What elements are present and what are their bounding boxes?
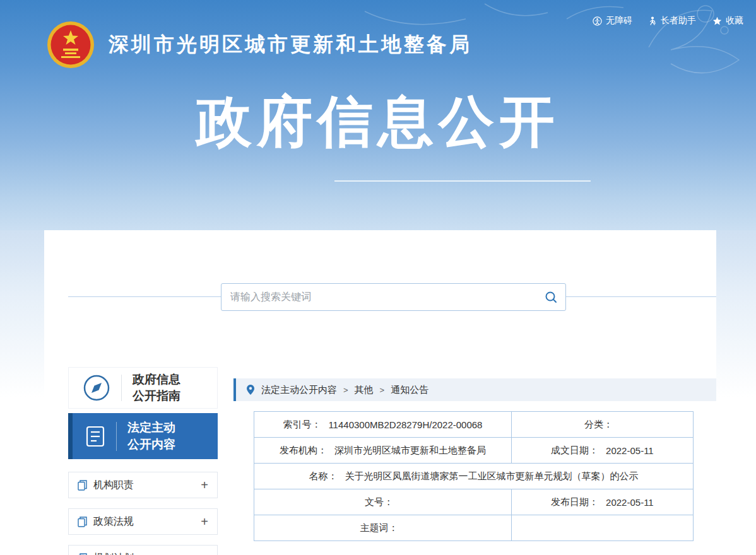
index-value: 11440300MB2D28279H/2022-00068: [328, 419, 482, 430]
agency-label: 发布机构：: [280, 445, 327, 457]
title-underline: [334, 180, 591, 182]
brand: 深圳市光明区城市更新和土地整备局: [47, 21, 472, 69]
content-panel: 政府信息 公开指南 法定主动 公开内容: [44, 230, 716, 555]
document-icon: [85, 425, 105, 448]
sidebar-guide-label: 政府信息 公开指南: [133, 371, 180, 404]
page: 无障碍 长者助手 收藏: [0, 0, 756, 555]
doc-number-label: 文号：: [365, 496, 393, 508]
index-label: 索引号：: [283, 419, 321, 431]
sidebar-menu: 机构职责 + 政策法规 +: [68, 472, 218, 555]
sidebar-active-label: 法定主动 公开内容: [127, 419, 175, 452]
record-cell-category: 分类：: [512, 412, 694, 438]
guide-line1: 政府信息: [133, 371, 180, 388]
main-content: 法定主动公开内容 > 其他 > 通知公告 索引号： 11440300MB2D28…: [233, 367, 716, 541]
quick-links: 无障碍 长者助手 收藏: [593, 15, 743, 26]
site-header: 无障碍 长者助手 收藏: [0, 0, 756, 230]
expand-icon[interactable]: +: [201, 515, 208, 528]
accessibility-label: 无障碍: [606, 15, 632, 26]
breadcrumb-separator: >: [380, 385, 385, 395]
publish-date-value: 2022-05-11: [606, 497, 654, 508]
record-cell-keywords: 主题词：: [254, 515, 512, 541]
title-label: 名称：: [309, 470, 337, 482]
record-table: 索引号： 11440300MB2D28279H/2022-00068 分类： 发…: [254, 411, 694, 541]
menu-label: 政策法规: [93, 515, 134, 529]
sidebar-item-duties[interactable]: 机构职责 +: [68, 472, 218, 498]
guide-line2: 公开指南: [133, 388, 180, 404]
accessibility-icon: [593, 16, 602, 26]
sidebar-item-policies[interactable]: 政策法规 +: [68, 508, 218, 535]
sidebar-item-plans[interactable]: 规划计划 +: [68, 545, 218, 555]
elder-person-icon: [649, 16, 657, 26]
elder-helper-label: 长者助手: [661, 15, 696, 26]
sidebar-item-legal-disclosure[interactable]: 法定主动 公开内容: [68, 413, 218, 459]
national-emblem: [47, 21, 95, 69]
record-cell-index: 索引号： 11440300MB2D28279H/2022-00068: [254, 412, 512, 438]
breadcrumb: 法定主动公开内容 > 其他 > 通知公告: [233, 378, 716, 401]
record-cell-agency: 发布机构： 深圳市光明区城市更新和土地整备局: [254, 438, 512, 464]
breadcrumb-item-notices[interactable]: 通知公告: [391, 384, 428, 396]
expand-icon[interactable]: +: [201, 552, 208, 555]
divider: [116, 422, 117, 451]
sidebar: 政府信息 公开指南 法定主动 公开内容: [68, 367, 218, 555]
search-row: [44, 230, 716, 311]
menu-label: 规划计划: [93, 552, 134, 555]
search-box: [221, 283, 566, 311]
site-name: 深圳市光明区城市更新和土地整备局: [109, 31, 472, 59]
doc-icon: [78, 553, 87, 555]
elder-helper-link[interactable]: 长者助手: [649, 15, 696, 26]
record-cell-publish-date: 发布日期： 2022-05-11: [512, 489, 694, 515]
content-columns: 政府信息 公开指南 法定主动 公开内容: [44, 367, 716, 555]
compass-icon: [83, 374, 110, 402]
search-input[interactable]: [221, 284, 536, 310]
location-pin-icon: [246, 384, 255, 395]
favorite-link[interactable]: 收藏: [712, 15, 743, 26]
active-line1: 法定主动: [127, 419, 175, 436]
record-cell-doc-number: 文号：: [254, 489, 512, 515]
record-cell-keywords-empty: [512, 515, 694, 541]
divider: [121, 375, 122, 401]
search-icon: [545, 291, 557, 303]
agency-value: 深圳市光明区城市更新和土地整备局: [334, 445, 486, 457]
breadcrumb-item-legal[interactable]: 法定主动公开内容: [261, 384, 337, 396]
issue-date-label: 成文日期：: [551, 445, 598, 457]
sidebar-item-guide[interactable]: 政府信息 公开指南: [68, 367, 218, 409]
accessibility-link[interactable]: 无障碍: [593, 15, 632, 26]
expand-icon[interactable]: +: [201, 479, 208, 491]
breadcrumb-separator: >: [343, 385, 348, 395]
doc-icon: [78, 517, 87, 527]
menu-label: 机构职责: [93, 479, 134, 492]
category-label: 分类：: [584, 419, 613, 431]
keywords-label: 主题词：: [360, 522, 398, 534]
breadcrumb-item-other[interactable]: 其他: [355, 384, 374, 396]
favorite-label: 收藏: [726, 15, 743, 26]
search-button[interactable]: [536, 284, 565, 310]
active-line2: 公开内容: [127, 436, 175, 453]
page-title: 政府信息公开: [0, 85, 756, 160]
publish-date-label: 发布日期：: [551, 496, 598, 508]
title-value: 关于光明区凤凰街道塘家第一工业区城市更新单元规划（草案）的公示: [345, 470, 638, 482]
record-cell-issue-date: 成文日期： 2022-05-11: [512, 438, 694, 464]
doc-icon: [78, 480, 87, 491]
star-icon: [712, 16, 722, 26]
issue-date-value: 2022-05-11: [606, 445, 654, 456]
record-cell-title: 名称： 关于光明区凤凰街道塘家第一工业区城市更新单元规划（草案）的公示: [254, 464, 694, 489]
